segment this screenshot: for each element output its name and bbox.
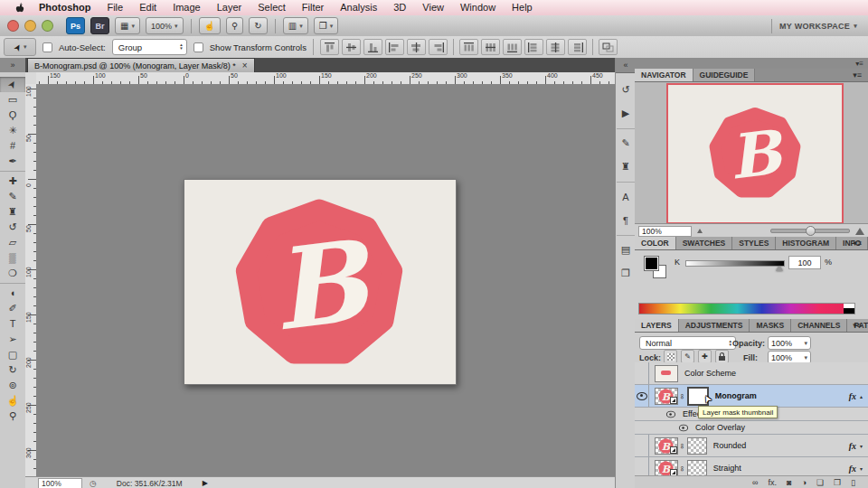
tab-masks[interactable]: MASKS bbox=[750, 319, 791, 332]
visibility-well[interactable] bbox=[635, 385, 649, 407]
eyedropper-tool[interactable]: ✒ bbox=[0, 154, 25, 169]
actions-panel-icon[interactable]: ▶ bbox=[617, 105, 635, 122]
brush-panel-icon[interactable]: ✎ bbox=[617, 128, 635, 152]
tools-panel-collapse-button[interactable]: » bbox=[0, 58, 26, 73]
menu-select[interactable]: Select bbox=[250, 0, 294, 15]
link-layers-icon[interactable]: ∞ bbox=[752, 477, 758, 488]
lock-position-icon[interactable]: ✚ bbox=[698, 350, 712, 363]
menu-help[interactable]: Help bbox=[504, 0, 541, 15]
layer-style-icon[interactable]: fx. bbox=[769, 477, 778, 488]
close-window-button[interactable] bbox=[7, 20, 19, 32]
menu-photoshop[interactable]: Photoshop bbox=[31, 0, 99, 15]
dock-collapse-icon[interactable]: ▾≡ bbox=[855, 60, 863, 68]
hand-tool-button[interactable]: ☝ bbox=[199, 17, 221, 34]
visibility-well[interactable] bbox=[635, 362, 649, 384]
collapse-effects-icon[interactable]: ▴ bbox=[860, 393, 863, 399]
align-right-edges-icon[interactable] bbox=[429, 39, 448, 55]
align-vertical-centers-icon[interactable] bbox=[342, 39, 361, 55]
clone-stamp-tool[interactable]: ♜ bbox=[0, 204, 25, 220]
canvas-pasteboard[interactable]: B bbox=[36, 84, 615, 476]
dodge-tool[interactable]: ◖ bbox=[0, 283, 25, 301]
align-horizontal-centers-icon[interactable] bbox=[407, 39, 426, 55]
workspace-switcher[interactable]: MY WORKSPACE▾ bbox=[779, 22, 861, 31]
menu-3d[interactable]: 3D bbox=[385, 0, 414, 15]
pen-tool[interactable]: ✐ bbox=[0, 301, 25, 316]
eye-icon[interactable] bbox=[679, 424, 688, 431]
new-layer-icon[interactable]: ❐ bbox=[834, 477, 841, 488]
menu-view[interactable]: View bbox=[414, 0, 452, 15]
align-top-edges-icon[interactable] bbox=[320, 39, 339, 55]
rectangular-marquee-tool[interactable]: ▭ bbox=[0, 92, 25, 108]
menu-file[interactable]: File bbox=[99, 0, 131, 15]
menu-image[interactable]: Image bbox=[165, 0, 209, 15]
view-extras-button[interactable]: ▦▾ bbox=[115, 17, 140, 34]
layer-style-badge[interactable]: fx bbox=[849, 441, 856, 451]
layer-thumbnail[interactable] bbox=[655, 365, 678, 382]
launch-bridge-button[interactable]: Br bbox=[90, 17, 109, 34]
add-layer-mask-icon[interactable]: ◙ bbox=[787, 477, 791, 488]
auto-align-layers-icon[interactable] bbox=[599, 39, 618, 55]
expand-effects-icon[interactable]: ▾ bbox=[860, 465, 863, 472]
layer-row-color-scheme[interactable]: Color Scheme bbox=[635, 362, 868, 385]
zoom-window-button[interactable] bbox=[42, 20, 53, 32]
new-adjustment-layer-icon[interactable]: ◑ bbox=[801, 477, 806, 488]
zoom-tool[interactable]: ⚲ bbox=[0, 408, 25, 424]
notes-panel-icon[interactable]: ▤ bbox=[617, 235, 635, 258]
distribute-top-edges-icon[interactable] bbox=[459, 39, 478, 55]
color-panel-menu-icon[interactable]: ▾≡ bbox=[848, 237, 866, 249]
blend-mode-select[interactable]: Normal▲▼ bbox=[639, 336, 736, 350]
k-channel-slider[interactable] bbox=[685, 260, 785, 267]
eraser-tool[interactable]: ▱ bbox=[0, 235, 25, 250]
show-transform-controls-checkbox[interactable] bbox=[193, 42, 203, 52]
distribute-horizontal-centers-icon[interactable] bbox=[546, 39, 565, 55]
document-tab[interactable]: B-Monogram.psd @ 100% (Monogram, Layer M… bbox=[27, 58, 255, 72]
delete-layer-icon[interactable]: ▯ bbox=[851, 477, 855, 488]
slider-thumb[interactable] bbox=[806, 226, 816, 236]
tab-swatches[interactable]: SWATCHES bbox=[676, 237, 733, 249]
rotate-view-button[interactable]: ↻ bbox=[249, 17, 267, 34]
lasso-tool[interactable]: Ϙ bbox=[0, 108, 25, 123]
brush-tool[interactable]: ✎ bbox=[0, 189, 25, 204]
tab-styles[interactable]: STYLES bbox=[732, 237, 776, 249]
rectangle-tool[interactable]: ▢ bbox=[0, 347, 25, 362]
navigator-proxy-view[interactable]: B bbox=[666, 83, 844, 223]
3d-rotate-tool[interactable]: ↻ bbox=[0, 362, 25, 378]
align-bottom-edges-icon[interactable] bbox=[363, 39, 382, 55]
arrange-documents-button[interactable]: ▥▾ bbox=[283, 17, 308, 34]
history-panel-icon[interactable]: ↺ bbox=[617, 81, 635, 99]
mask-link-icon[interactable]: ∞ bbox=[678, 393, 686, 399]
paragraph-panel-icon[interactable]: ¶ bbox=[617, 211, 635, 229]
screen-mode-button[interactable]: ❐▾ bbox=[314, 17, 338, 34]
zoom-out-icon[interactable] bbox=[697, 229, 703, 233]
clone-source-panel-icon[interactable]: ♜ bbox=[617, 158, 635, 175]
mask-link-icon[interactable]: ∞ bbox=[678, 443, 686, 448]
zoom-in-icon[interactable] bbox=[855, 228, 864, 235]
status-zoom-field[interactable]: 100% bbox=[38, 478, 82, 488]
tab-navigator[interactable]: NAVIGATOR bbox=[635, 69, 693, 81]
menu-analysis[interactable]: Analysis bbox=[332, 0, 385, 15]
k-value-field[interactable]: 100 bbox=[788, 256, 821, 269]
distribute-bottom-edges-icon[interactable] bbox=[503, 39, 522, 55]
menu-edit[interactable]: Edit bbox=[131, 0, 165, 15]
layer-thumbnail[interactable]: B bbox=[655, 460, 678, 477]
new-group-icon[interactable]: ❏ bbox=[816, 477, 824, 488]
tab-histogram[interactable]: HISTOGRAM bbox=[776, 237, 836, 249]
zoom-tool-button[interactable]: ⚲ bbox=[226, 17, 243, 34]
type-tool[interactable]: T bbox=[0, 316, 25, 332]
distribute-left-edges-icon[interactable] bbox=[524, 39, 543, 55]
horizontal-ruler[interactable]: 15010050050100150200250300350400450 bbox=[36, 72, 615, 85]
expand-effects-icon[interactable]: ▾ bbox=[860, 443, 863, 449]
status-flyout-arrow[interactable]: ▶ bbox=[203, 479, 208, 487]
layer-style-badge[interactable]: fx bbox=[849, 391, 856, 401]
k-slider-thumb[interactable] bbox=[776, 266, 783, 271]
visibility-well[interactable] bbox=[635, 435, 649, 456]
menu-filter[interactable]: Filter bbox=[294, 0, 332, 15]
3d-orbit-tool[interactable]: ⊚ bbox=[0, 378, 25, 393]
document-canvas[interactable]: B bbox=[184, 179, 457, 385]
foreground-color-swatch[interactable] bbox=[644, 256, 659, 271]
layer-row-rounded[interactable]: B ∞ Rounded fx▾ bbox=[635, 435, 868, 457]
crop-tool[interactable]: # bbox=[0, 138, 25, 154]
color-overlay-row[interactable]: Color Overlay bbox=[635, 421, 868, 435]
lock-all-icon[interactable] bbox=[715, 350, 729, 363]
move-tool[interactable]: ➤ bbox=[0, 77, 25, 92]
